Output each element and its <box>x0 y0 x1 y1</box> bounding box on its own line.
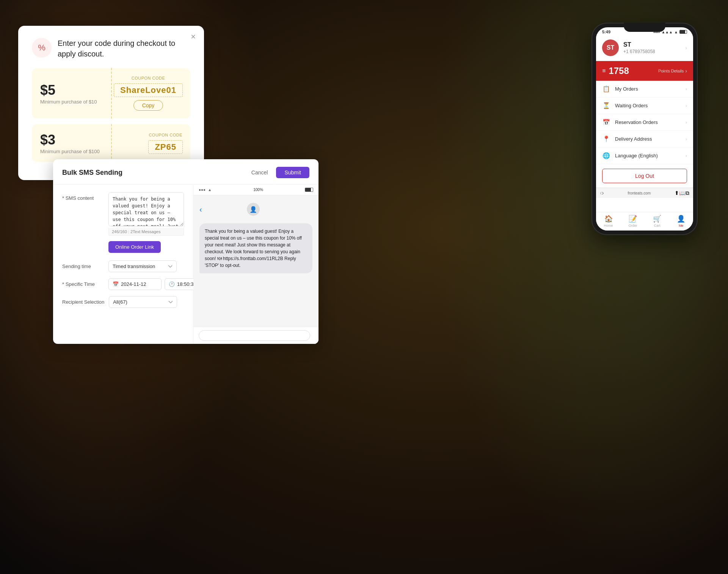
browser-share-button[interactable]: ⬆ <box>675 190 679 196</box>
menu-item-label: Reservation Orders <box>615 119 681 125</box>
menu-item-chevron-icon: › <box>686 120 687 125</box>
preview-input-bar <box>193 327 318 344</box>
app-menu-item[interactable]: ⏳ Waiting Orders › <box>596 97 693 114</box>
app-menu-item[interactable]: 📋 My Orders › <box>596 81 693 97</box>
app-bottom-nav: 🏠 Home 📝 Order 🛒 Cart 👤 Me <box>596 212 693 231</box>
preview-back-button[interactable]: ‹ <box>199 205 202 214</box>
app-logout-button[interactable]: Log Out <box>602 169 687 183</box>
nav-item-label: Order <box>629 224 637 227</box>
coupon-card-1: $5 Minimum purchase of $10 Coupon Code S… <box>32 68 190 118</box>
recipient-label: Recipient Selection <box>62 296 104 305</box>
nav-item-icon: 📝 <box>629 215 637 223</box>
coupon-close-button[interactable]: × <box>191 33 196 41</box>
app-user-avatar: ST <box>602 39 619 56</box>
preview-status-bar: ●●● ▲ 100% <box>193 185 318 195</box>
sms-preview-panel: ●●● ▲ 100% ‹ 👤 Thank you for being a val… <box>193 185 318 344</box>
preview-bar-left: ●●● ▲ <box>199 188 212 192</box>
date-input[interactable]: 📅 2024-11-12 <box>108 278 162 290</box>
nav-item-icon: 👤 <box>677 215 685 223</box>
coupon-1-min: Minimum purchase of $10 <box>40 99 97 105</box>
phone-mockup: 5:49 Mail ▲▲▲ ▲ ST ST +1 6789758058 › <box>592 23 698 235</box>
coupon-2-amount: $3 <box>40 132 100 148</box>
coupon-2-code-label: Coupon Code <box>149 133 182 137</box>
sms-content-label: * SMS content <box>62 192 104 201</box>
app-profile-header[interactable]: ST ST +1 6789758058 › <box>596 34 693 61</box>
menu-item-label: My Orders <box>615 86 681 92</box>
menu-item-chevron-icon: › <box>686 103 687 108</box>
browser-url: fronteats.com <box>604 191 675 195</box>
datetime-inputs: 📅 2024-11-12 🕐 18:50:34 <box>108 278 206 290</box>
bulk-sms-cancel-button[interactable]: Cancel <box>247 167 273 178</box>
preview-signal: ●●● <box>199 188 206 192</box>
nav-item-icon: 🏠 <box>604 215 613 223</box>
menu-item-icon: ⏳ <box>602 102 610 109</box>
bulk-sms-body: * SMS content Thank you for being a valu… <box>53 185 318 344</box>
clock-icon: 🕐 <box>169 281 175 287</box>
preview-message-bubble: Thank you for being a valued guest! Enjo… <box>199 223 312 273</box>
menu-item-chevron-icon: › <box>686 86 687 92</box>
app-menu-item[interactable]: 📅 Reservation Orders › <box>596 114 693 131</box>
menu-item-icon: 📅 <box>602 119 610 126</box>
app-nav-item[interactable]: 🏠 Home <box>604 215 613 227</box>
phone-frame: 5:49 Mail ▲▲▲ ▲ ST ST +1 6789758058 › <box>592 23 698 235</box>
coupon-1-amount: $5 <box>40 82 97 98</box>
coupon-1-copy-button[interactable]: Copy <box>133 100 163 111</box>
app-user-phone: +1 6789758058 <box>623 49 681 54</box>
coupon-header-text: Enter your code during checkout to apply… <box>58 38 190 59</box>
app-menu-item[interactable]: 🌐 Language (English) › <box>596 147 693 164</box>
menu-item-label: Language (English) <box>615 153 681 158</box>
sms-form-panel: * SMS content Thank you for being a valu… <box>53 185 193 344</box>
phone-notch <box>624 23 665 32</box>
sms-content-input[interactable]: Thank you for being a valued guest! Enjo… <box>108 192 184 226</box>
app-user-info: ST +1 6789758058 <box>623 41 681 54</box>
points-list-icon: ≡ <box>602 67 606 74</box>
coupon-2-code-value: ZP65 <box>148 140 183 154</box>
app-logout-section: Log Out <box>596 164 693 188</box>
calendar-icon: 📅 <box>113 281 119 287</box>
bulk-sms-header: Bulk SMS Sending Cancel Submit <box>53 159 318 185</box>
app-menu-item[interactable]: 📍 Delivery Address › <box>596 131 693 147</box>
coupon-card-2: $3 Minimum purchase of $100 Coupon Code … <box>32 124 190 162</box>
phone-wifi-icon: ▲ <box>674 30 678 34</box>
coupon-header: % Enter your code during checkout to app… <box>32 38 190 59</box>
sending-time-select[interactable]: Timed transmission <box>108 260 177 272</box>
nav-item-icon: 🛒 <box>653 215 661 223</box>
coupon-1-code-label: Coupon Code <box>132 76 165 80</box>
app-browser-bar: ‹ › fronteats.com ⬆ 📖 ⧉ <box>596 188 693 198</box>
online-order-link-button[interactable]: Online Order Link <box>108 241 161 253</box>
preview-battery-pct: 100% <box>253 188 263 192</box>
avatar-person-icon: 👤 <box>249 206 257 213</box>
nav-item-label: Home <box>604 224 613 227</box>
app-points-banner[interactable]: ≡ 1758 Points Details › <box>596 61 693 81</box>
recipient-row: Recipient Selection All(67) <box>62 296 184 308</box>
menu-item-icon: 🌐 <box>602 152 610 159</box>
profile-chevron-icon: › <box>685 45 687 51</box>
points-detail-arrow-icon: › <box>685 68 687 74</box>
specific-time-label: * Specific Time <box>62 278 104 287</box>
bulk-sms-title: Bulk SMS Sending <box>62 169 122 177</box>
menu-item-chevron-icon: › <box>686 153 687 158</box>
preview-message-input[interactable] <box>199 330 310 341</box>
menu-item-chevron-icon: › <box>686 136 687 142</box>
browser-tabs-button[interactable]: ⧉ <box>686 190 689 196</box>
recipient-select[interactable]: All(67) <box>109 296 177 308</box>
sending-time-label: Sending time <box>62 260 104 269</box>
coupon-1-right: Coupon Code ShareLove01 Copy <box>114 76 183 111</box>
coupon-2-right: Coupon Code ZP65 <box>148 133 183 154</box>
app-nav-item[interactable]: 📝 Order <box>629 215 637 227</box>
bulk-sms-submit-button[interactable]: Submit <box>276 167 309 178</box>
phone-status-time: 5:49 <box>602 30 610 34</box>
app-points-value: 1758 <box>609 66 629 76</box>
preview-wifi: ▲ <box>208 188 212 192</box>
app-nav-item[interactable]: 👤 Me <box>677 215 685 227</box>
specific-time-row: * Specific Time 📅 2024-11-12 🕐 18:50:34 <box>62 278 184 290</box>
nav-item-label: Cart <box>654 224 661 227</box>
preview-contact-avatar: 👤 <box>247 203 260 216</box>
sms-content-row: * SMS content Thank you for being a valu… <box>62 192 184 254</box>
menu-item-icon: 📋 <box>602 85 610 93</box>
menu-item-label: Waiting Orders <box>615 103 681 108</box>
app-nav-item[interactable]: 🛒 Cart <box>653 215 661 227</box>
nav-item-label: Me <box>679 224 684 227</box>
preview-battery-icon <box>305 188 313 192</box>
browser-bookmark-button[interactable]: 📖 <box>679 190 686 196</box>
